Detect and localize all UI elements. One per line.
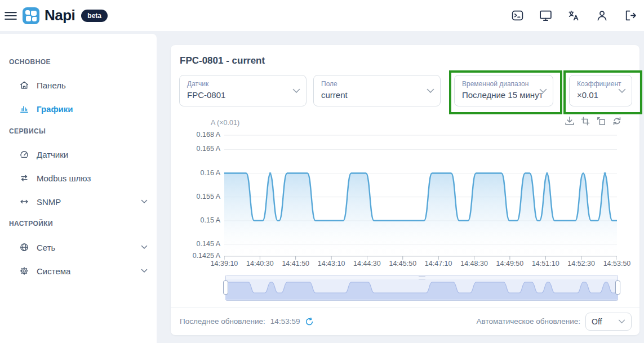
chevron-down-icon	[292, 88, 300, 93]
display-icon[interactable]	[539, 8, 553, 23]
sidebar-item-label: Панель	[37, 81, 66, 90]
header-actions	[510, 8, 637, 23]
line-chart[interactable]	[224, 130, 617, 261]
coefficient-select-value: ×0.01	[577, 89, 615, 101]
chart-footer: Последнее обновление: 14:53:59 Автоматич…	[171, 307, 639, 335]
time-range-select[interactable]: Временной диапазон Последние 15 минут	[454, 75, 553, 106]
chevron-down-icon	[539, 88, 547, 93]
user-icon[interactable]	[595, 8, 609, 23]
minimap-right-handle[interactable]	[615, 280, 620, 295]
x-axis-labels: 14:39:1014:40:3014:41:5014:43:1014:44:30…	[224, 260, 617, 269]
chevron-down-icon	[141, 199, 148, 204]
x-tick-label: 14:51:10	[526, 260, 565, 268]
chart-toolbar	[564, 115, 623, 127]
translate-icon[interactable]	[567, 8, 581, 23]
sidebar-item-label: Сеть	[37, 243, 55, 252]
app-window: Napi beta ОСНОВНОЕ	[0, 0, 644, 343]
sidebar-item-panel[interactable]: Панель	[19, 79, 148, 91]
chevron-down-icon	[141, 269, 148, 273]
x-tick-label: 14:41:50	[276, 260, 316, 268]
left-right-arrow-icon	[19, 197, 29, 207]
x-tick-label: 14:49:50	[490, 260, 530, 268]
gauge-icon	[19, 149, 29, 159]
logout-icon[interactable]	[623, 8, 637, 23]
sensor-select[interactable]: Датчик FPC-0801	[179, 75, 307, 106]
home-icon	[19, 80, 29, 90]
chevron-down-icon	[618, 88, 626, 93]
y-tick-label: 0.145 A	[171, 240, 220, 248]
field-select-value: current	[321, 89, 423, 101]
chart-card: FPC-0801 - current Датчик FPC-0801 Поле …	[171, 45, 639, 335]
sensor-select-label: Датчик	[187, 80, 289, 88]
x-tick-label: 14:39:10	[205, 260, 244, 268]
minimap-grip[interactable]	[419, 277, 425, 279]
field-select-label: Поле	[321, 80, 423, 88]
sensor-select-value: FPC-0801	[187, 89, 289, 101]
last-update-label: Последнее обновление:	[180, 317, 265, 326]
sidebar-section-main: ОСНОВНОЕ	[9, 58, 51, 66]
y-tick-label: 0.1425 A	[171, 252, 220, 260]
sidebar: ОСНОВНОЕ Панель Графики СЕРВИСЫ Датчики	[0, 34, 157, 343]
app-header: Napi beta	[0, 0, 644, 31]
auto-refresh-value: Off	[592, 317, 602, 326]
box-zoom-icon[interactable]	[580, 115, 591, 127]
chevron-down-icon	[427, 88, 434, 93]
zoom-reset-icon[interactable]	[596, 115, 607, 127]
menu-icon[interactable]	[3, 8, 18, 23]
datazoom-minimap[interactable]	[225, 275, 618, 301]
sidebar-item-network[interactable]: Сеть	[19, 241, 148, 253]
sidebar-item-label: Графики	[37, 104, 73, 114]
bar-chart-icon	[19, 104, 29, 114]
time-range-select-value: Последние 15 минут	[462, 89, 536, 101]
sidebar-item-system[interactable]: Система	[19, 265, 148, 277]
x-tick-label: 14:47:10	[419, 260, 458, 268]
sidebar-item-label: SNMP	[37, 197, 61, 207]
globe-icon	[19, 242, 29, 252]
x-tick-label: 14:40:30	[240, 260, 279, 268]
x-tick-label: 14:45:50	[383, 260, 423, 268]
y-tick-label: 0.15 A	[171, 216, 220, 224]
sidebar-item-label: Modbus шлюз	[37, 173, 91, 183]
app-name: Napi	[45, 7, 75, 24]
download-icon[interactable]	[564, 115, 575, 127]
terminal-icon[interactable]	[510, 8, 525, 23]
x-tick-label: 14:48:30	[455, 260, 494, 268]
chevron-down-icon	[141, 245, 148, 250]
logo-icon	[23, 7, 39, 24]
y-axis-labels: 0.168 A0.165 A0.16 A0.155 A0.15 A0.145 A…	[171, 130, 220, 257]
last-update-time: 14:53:59	[270, 317, 300, 326]
minimap-left-handle[interactable]	[223, 280, 228, 295]
y-tick-label: 0.165 A	[171, 145, 220, 153]
sidebar-item-modbus[interactable]: Modbus шлюз	[19, 172, 148, 184]
auto-refresh-label: Автоматическое обновление:	[477, 317, 580, 326]
app-logo[interactable]: Napi beta	[23, 7, 108, 24]
gear-icon	[19, 266, 29, 276]
sidebar-item-label: Система	[37, 266, 70, 276]
swap-arrows-icon	[19, 173, 29, 183]
x-tick-label: 14:52:30	[562, 260, 601, 268]
sidebar-item-label: Датчики	[37, 150, 68, 159]
field-select[interactable]: Поле current	[313, 75, 441, 106]
sidebar-item-charts[interactable]: Графики	[19, 103, 148, 115]
sidebar-item-sensors[interactable]: Датчики	[19, 148, 148, 161]
sidebar-item-snmp[interactable]: SNMP	[19, 195, 148, 208]
manual-refresh-icon[interactable]	[305, 317, 314, 326]
coefficient-select[interactable]: Коэффициент ×0.01	[569, 75, 632, 106]
page-title: FPC-0801 - current	[180, 55, 265, 66]
x-tick-label: 14:53:50	[597, 260, 637, 268]
sidebar-section-services: СЕРВИСЫ	[9, 127, 46, 135]
y-axis-unit-label: A (×0.01)	[211, 119, 239, 127]
beta-badge: beta	[81, 10, 108, 22]
time-range-select-label: Временной диапазон	[462, 80, 536, 88]
y-tick-label: 0.16 A	[171, 169, 220, 177]
x-tick-label: 14:44:30	[347, 260, 387, 268]
refresh-icon[interactable]	[611, 115, 623, 127]
chevron-down-icon	[618, 319, 625, 324]
x-tick-label: 14:43:10	[312, 260, 351, 268]
sidebar-section-settings: НАСТРОЙКИ	[9, 220, 53, 228]
y-tick-label: 0.155 A	[171, 193, 220, 201]
y-tick-label: 0.168 A	[171, 131, 220, 139]
auto-refresh-select[interactable]: Off	[585, 313, 632, 331]
coefficient-select-label: Коэффициент	[577, 80, 615, 88]
